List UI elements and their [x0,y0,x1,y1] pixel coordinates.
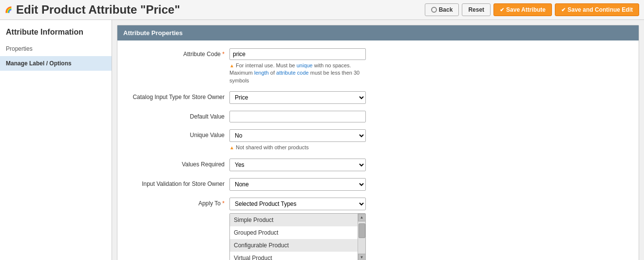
list-item[interactable]: Grouped Product [230,226,358,239]
default-value-label: Default Value [127,111,225,120]
attribute-code-label: Attribute Code * [127,48,225,58]
scrollbar-up-arrow[interactable]: ▲ [358,214,366,221]
sidebar-item-properties[interactable]: Properties [0,41,112,56]
save-continue-check-icon: ✔ [561,7,566,13]
save-continue-button[interactable]: ✔ Save and Continue Edit [555,3,639,16]
back-button[interactable]: Back [425,3,459,16]
unique-value-label: Unique Value [127,129,225,139]
warning-icon-2: ▲ [229,145,234,150]
save-check-icon: ✔ [500,7,504,13]
reset-button[interactable]: Reset [462,3,491,16]
scrollbar-thumb[interactable] [359,223,365,238]
default-value-field [229,111,463,122]
input-validation-label: Input Validation for Store Owner [127,178,225,187]
default-value-row: Default Value [127,111,629,122]
scrollbar-track [358,221,365,254]
values-required-field: Yes No [229,159,463,171]
list-item[interactable]: Configurable Product [230,239,358,252]
scrollbar-down-arrow[interactable]: ▼ [358,254,366,260]
warning-icon: ▲ [229,63,234,68]
save-attribute-label: Save Attribute [506,6,546,13]
input-validation-select[interactable]: None Decimal Number Integer Number Email… [229,178,366,191]
input-validation-row: Input Validation for Store Owner None De… [127,178,629,191]
product-types-list: Simple Product Grouped Product Configura… [229,213,366,260]
back-label: Back [439,6,453,13]
section-header: Attribute Properties [117,25,639,40]
list-item[interactable]: Simple Product [230,214,358,226]
values-required-row: Values Required Yes No [127,159,629,171]
attribute-code-input[interactable] [229,48,366,60]
input-validation-field: None Decimal Number Integer Number Email… [229,178,463,191]
catalog-input-row: Catalog Input Type for Store Owner Price… [127,91,629,104]
save-attribute-button[interactable]: ✔ Save Attribute [493,3,552,16]
unique-value-select[interactable]: No Yes [229,129,366,142]
attribute-code-hint: ▲ For internal use. Must be unique with … [229,62,366,84]
list-item[interactable]: Virtual Product [230,252,358,260]
apply-to-field: All Product Types Selected Product Types… [229,198,463,260]
main-content: Attribute Properties Attribute Code * ▲ … [112,20,644,260]
apply-to-row: Apply To * All Product Types Selected Pr… [127,198,629,260]
page-title-bar: 🌈 Edit Product Attribute "Price" [5,3,180,17]
unique-value-hint: ▲ Not shared with other products [229,144,366,151]
apply-to-required: * [222,200,225,207]
attribute-code-row: Attribute Code * ▲ For internal use. Mus… [127,48,629,84]
circle-icon [431,7,437,13]
section-box: Attribute Properties Attribute Code * ▲ … [117,25,639,260]
default-value-input[interactable] [229,111,366,122]
values-required-select[interactable]: Yes No [229,159,366,171]
attribute-code-field: ▲ For internal use. Must be unique with … [229,48,463,84]
catalog-input-label: Catalog Input Type for Store Owner [127,91,225,100]
catalog-input-field: Price Text Field Text Area Date Yes/No M… [229,91,463,104]
toolbar: 🌈 Edit Product Attribute "Price" Back Re… [0,0,644,20]
catalog-input-select[interactable]: Price Text Field Text Area Date Yes/No M… [229,91,366,104]
product-types-list-inner[interactable]: Simple Product Grouped Product Configura… [230,214,358,260]
page-title: Edit Product Attribute "Price" [16,3,180,17]
sidebar-item-manage-label[interactable]: Manage Label / Options [0,56,112,71]
reset-label: Reset [468,6,484,13]
required-marker: * [222,51,225,58]
list-scrollbar[interactable]: ▲ ▼ [358,214,365,260]
unique-value-row: Unique Value No Yes ▲ Not shared with ot… [127,129,629,151]
apply-to-select[interactable]: All Product Types Selected Product Types [229,198,366,210]
sidebar-title: Attribute Information [0,25,112,41]
save-continue-label: Save and Continue Edit [568,6,633,13]
values-required-label: Values Required [127,159,225,168]
rainbow-icon: 🌈 [5,6,12,13]
section-body: Attribute Code * ▲ For internal use. Mus… [117,40,639,260]
unique-value-field: No Yes ▲ Not shared with other products [229,129,463,151]
layout: Attribute Information Properties Manage … [0,20,644,260]
sidebar: Attribute Information Properties Manage … [0,20,112,260]
apply-to-label: Apply To * [127,198,225,207]
